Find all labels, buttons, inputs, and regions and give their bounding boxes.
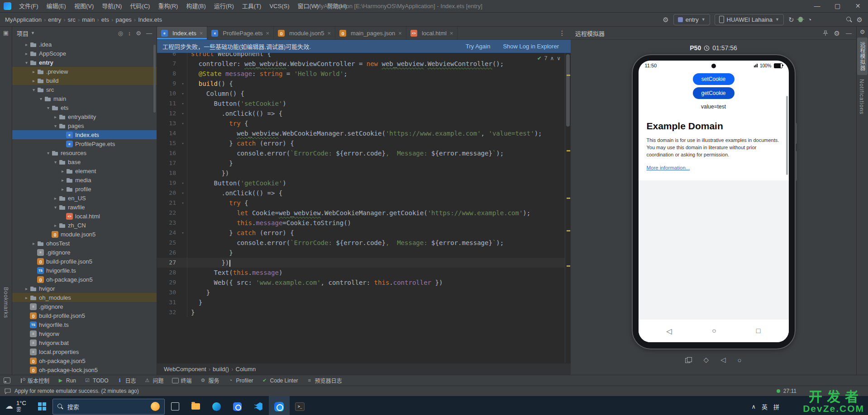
- fold-icon[interactable]: ▾: [179, 138, 187, 148]
- terminal[interactable]: >_: [290, 396, 310, 415]
- menu-重构(R)[interactable]: 重构(R): [154, 0, 182, 12]
- chevron-icon[interactable]: ▸: [23, 295, 30, 300]
- chevron-icon[interactable]: ▸: [52, 223, 59, 228]
- tree-item-oh_modules[interactable]: ▸oh_modules: [12, 293, 157, 302]
- fold-icon[interactable]: ▾: [179, 89, 187, 99]
- breadcrumb-main[interactable]: main: [81, 16, 96, 23]
- chevron-icon[interactable]: ▸: [59, 178, 66, 183]
- next-issue-icon[interactable]: ∨: [557, 55, 561, 61]
- tree-item-build-profile.json5[interactable]: {}build-profile.json5: [12, 311, 157, 320]
- menu-运行(R)[interactable]: 运行(R): [210, 0, 238, 12]
- tree-item-build-profile.json5[interactable]: {}build-profile.json5: [12, 257, 157, 266]
- close-icon[interactable]: ×: [266, 30, 270, 37]
- tree-item-ets[interactable]: ▾ets: [12, 103, 157, 112]
- fold-icon[interactable]: ▾: [179, 228, 187, 238]
- ime-language[interactable]: 英: [762, 402, 768, 411]
- getcookie-button[interactable]: getCookie: [693, 87, 734, 99]
- tree-item-module.json5[interactable]: {}module.json5: [12, 230, 157, 239]
- tree-item-build[interactable]: ▸build: [12, 76, 157, 85]
- code-line-18[interactable]: 18 }): [157, 168, 565, 178]
- tree-item-.idea[interactable]: ▸.idea: [12, 40, 157, 49]
- toolwindow-预览器日志[interactable]: ≡预览器日志: [302, 377, 346, 384]
- tab-module.json5[interactable]: {}module.json5×: [274, 27, 335, 39]
- tray-expand-icon[interactable]: ∧: [751, 403, 756, 410]
- tree-item-rawfile[interactable]: ▾rawfile: [12, 203, 157, 212]
- cursor-position[interactable]: 27:11: [783, 388, 796, 394]
- tab-local.html[interactable]: <>local.html×: [406, 27, 458, 39]
- tree-item-entryability[interactable]: ▸entryability: [12, 112, 157, 121]
- toolwindow-Run[interactable]: ▶Run: [53, 377, 80, 384]
- code-line-28[interactable]: 28 Text(this.message): [157, 268, 565, 278]
- tree-item-hvigorfile.ts[interactable]: TShvigorfile.ts: [12, 266, 157, 275]
- code-line-25[interactable]: 25 console.error(`ErrorCode: ${error.cod…: [157, 238, 565, 248]
- settings-icon[interactable]: ⚙: [834, 30, 840, 37]
- breadcrumb-Index.ets[interactable]: Index.ets: [137, 16, 163, 23]
- chevron-icon[interactable]: ▾: [23, 60, 30, 65]
- locate-file-icon[interactable]: ◎: [118, 30, 123, 37]
- tree-item-main[interactable]: ▾main: [12, 94, 157, 103]
- module-select[interactable]: entry ▼: [673, 14, 710, 25]
- tree-item-ohosTest[interactable]: ▸ohosTest: [12, 239, 157, 248]
- menu-VCS(S)[interactable]: VCS(S): [265, 0, 293, 12]
- chevron-icon[interactable]: ▾: [52, 205, 59, 210]
- tree-item-hvigorfile.ts[interactable]: TShvigorfile.ts: [12, 320, 157, 329]
- code-line-22[interactable]: 22 let Cookie=web_webview.WebCookieManag…: [157, 208, 565, 218]
- editor-breadcrumb-WebComponent[interactable]: WebComponent: [162, 366, 208, 373]
- multi-window-icon[interactable]: [685, 357, 692, 363]
- emulator-panel-title[interactable]: 远程模拟器: [575, 29, 605, 38]
- toolwindow-Profiler[interactable]: ◔Profiler: [224, 377, 258, 384]
- maximize-button[interactable]: ▢: [827, 0, 848, 12]
- chevron-icon[interactable]: ▾: [30, 87, 37, 92]
- tree-item-.preview[interactable]: ▸.preview: [12, 67, 157, 76]
- code-line-13[interactable]: 13▾ try {: [157, 118, 565, 128]
- fold-icon[interactable]: ▾: [179, 79, 187, 89]
- fold-icon[interactable]: ▾: [179, 178, 187, 188]
- toolwindow-日志[interactable]: ℹ日志: [112, 377, 140, 384]
- debug-icon[interactable]: [798, 17, 803, 22]
- code-line-6[interactable]: 6struct WebComponent {: [157, 53, 565, 59]
- code-line-23[interactable]: 23 this.message=Cookie.toString(): [157, 218, 565, 228]
- tree-item-pages[interactable]: ▾pages: [12, 121, 157, 130]
- menu-文件(F)[interactable]: 文件(F): [15, 0, 43, 12]
- code-line-10[interactable]: 10▾ Column() {: [157, 89, 565, 99]
- tree-item-oh-package.json5[interactable]: {}oh-package.json5: [12, 275, 157, 284]
- layout-toggle-icon[interactable]: [4, 377, 10, 383]
- editor-breadcrumb-Column[interactable]: Column: [234, 366, 258, 373]
- right-tab-Notifications[interactable]: Notifications: [857, 75, 866, 118]
- prev-issue-icon[interactable]: ∧: [550, 55, 554, 61]
- emulator-phone[interactable]: 11:50 100% setCookie getCookie value=tes…: [633, 55, 795, 349]
- toolwindow-服务[interactable]: ⚙服务: [196, 377, 224, 384]
- try-again-link[interactable]: Try Again: [466, 43, 490, 50]
- sync-icon[interactable]: ↻: [788, 16, 794, 23]
- pin-icon[interactable]: [823, 30, 828, 36]
- hide-panel-icon[interactable]: —: [146, 30, 152, 37]
- scrollbar-thumb[interactable]: [566, 54, 570, 127]
- fold-icon[interactable]: ▾: [179, 198, 187, 208]
- file-explorer[interactable]: [186, 396, 206, 415]
- chevron-icon[interactable]: ▾: [45, 105, 52, 110]
- back-control-icon[interactable]: ◁: [720, 356, 726, 364]
- tree-item-oh-package-lock.json5[interactable]: {}oh-package-lock.json5: [12, 365, 157, 374]
- settings-icon[interactable]: ⚙: [860, 29, 865, 35]
- tree-item-zh_CN[interactable]: ▸zh_CN: [12, 221, 157, 230]
- chevron-icon[interactable]: ▾: [52, 123, 59, 128]
- inspections-widget[interactable]: ✔ 7 ∧ ∨: [537, 55, 561, 61]
- tree-item-hvigor[interactable]: ▸hvigor: [12, 284, 157, 293]
- tree-item-hvigorw.bat[interactable]: ≡hvigorw.bat: [12, 338, 157, 347]
- code-line-26[interactable]: 26 }: [157, 248, 565, 258]
- close-icon[interactable]: ×: [450, 30, 453, 37]
- editor-scrollbar[interactable]: [565, 53, 571, 363]
- tree-item-media[interactable]: ▸media: [12, 175, 157, 184]
- chevron-down-icon[interactable]: ▼: [31, 31, 35, 35]
- tree-item-Index.ets[interactable]: eIndex.ets: [12, 130, 157, 139]
- recents-icon[interactable]: □: [756, 327, 761, 335]
- code-line-11[interactable]: 11▾ Button('setCookie'): [157, 99, 565, 108]
- tab-main_pages.json[interactable]: {}main_pages.json×: [335, 27, 406, 39]
- tree-item-oh-package.json5[interactable]: {}oh-package.json5: [12, 356, 157, 365]
- chevron-icon[interactable]: ▸: [30, 69, 37, 74]
- toolwindow-终端[interactable]: 终端: [168, 377, 196, 384]
- code-line-27[interactable]: 27 }): [157, 258, 565, 268]
- code-line-19[interactable]: 19▾ Button('getCookie'): [157, 178, 565, 188]
- device-manager-icon[interactable]: ⚙: [663, 16, 668, 23]
- edge[interactable]: [206, 396, 227, 415]
